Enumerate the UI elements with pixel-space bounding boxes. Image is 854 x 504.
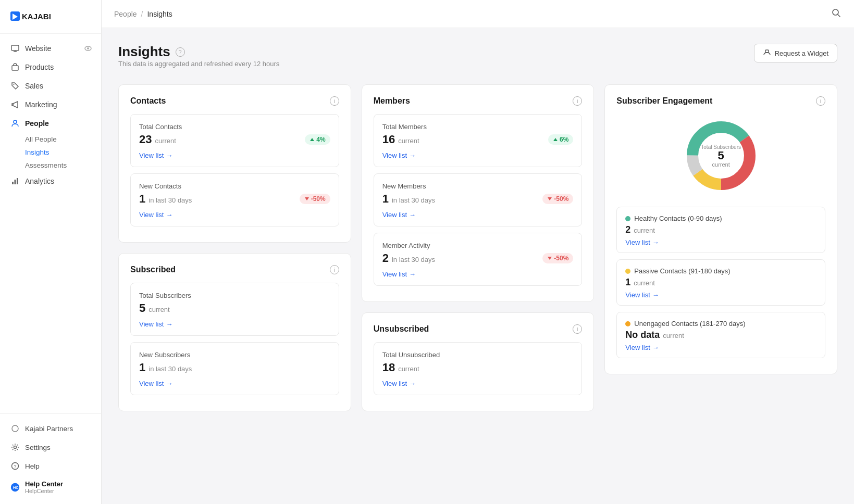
new-members-value: 1	[382, 192, 389, 206]
page-info-icon[interactable]: ?	[176, 47, 185, 57]
passive-contacts-card: Passive Contacts (91-180 days) 1 current…	[616, 259, 825, 306]
breadcrumb-parent[interactable]: People	[114, 10, 137, 18]
total-members-view-list[interactable]: View list →	[382, 152, 574, 159]
new-members-row: 1 in last 30 days -50%	[382, 192, 574, 206]
sidebar-item-assessments[interactable]: Assessments	[25, 159, 101, 172]
sidebar-item-kajabi-partners[interactable]: Kajabi Partners	[0, 419, 101, 438]
new-subscribers-row: 1 in last 30 days	[139, 361, 330, 374]
sidebar-item-help[interactable]: ? Help	[0, 457, 101, 475]
svg-point-9	[14, 120, 17, 123]
tag-icon	[10, 81, 20, 91]
total-contacts-view-list[interactable]: View list →	[139, 152, 330, 159]
sidebar-item-help-center[interactable]: HC Help Center HelpCenter	[0, 475, 101, 499]
breadcrumb-separator: /	[141, 10, 143, 18]
sidebar-item-settings-label: Settings	[25, 444, 51, 451]
new-members-badge: -50%	[542, 194, 573, 204]
main: People / Insights Insights ? This data i…	[102, 0, 854, 504]
total-unsubscribed-view-list[interactable]: View list →	[382, 380, 574, 387]
total-subscribers-period: current	[148, 306, 169, 313]
total-contacts-card: Total Contacts 23 current 4%	[130, 114, 339, 167]
total-contacts-period: current	[155, 137, 176, 145]
sidebar-item-settings[interactable]: Settings	[0, 438, 101, 457]
donut-center: Total Subscribers 5 current	[701, 144, 741, 168]
svg-rect-10	[12, 182, 14, 184]
page-header: Insights ? This data is aggregated and r…	[118, 44, 837, 80]
subscribed-section: Subscribed i Total Subscribers 5 current	[118, 253, 351, 411]
total-unsubscribed-label: Total Unsubscribed	[382, 351, 574, 359]
topbar: People / Insights	[102, 0, 854, 28]
total-unsubscribed-row: 18 current	[382, 361, 574, 374]
members-column: Members i Total Members 16 current	[362, 84, 595, 411]
contacts-info-icon[interactable]: i	[330, 96, 339, 106]
new-subscribers-view-list[interactable]: View list →	[139, 380, 330, 387]
unsubscribed-header: Unsubscribed i	[374, 324, 583, 334]
sidebar-item-website[interactable]: Website	[0, 39, 101, 58]
sidebar-item-sales[interactable]: Sales	[0, 77, 101, 95]
unsubscribed-info-icon[interactable]: i	[573, 324, 582, 334]
total-unsubscribed-period: current	[398, 365, 419, 373]
svg-rect-12	[17, 178, 18, 184]
breadcrumb: People / Insights	[114, 10, 172, 18]
passive-dot	[625, 269, 630, 274]
healthy-dot	[625, 216, 630, 221]
healthy-contacts-card: Healthy Contacts (0-90 days) 2 current V…	[616, 207, 825, 253]
member-activity-badge: -50%	[542, 253, 573, 263]
engagement-column: Subscriber Engagement i	[604, 84, 837, 411]
unengaged-period: current	[663, 332, 684, 339]
members-info-icon[interactable]: i	[573, 96, 582, 106]
sidebar-item-analytics[interactable]: Analytics	[0, 172, 101, 191]
new-contacts-period: in last 30 days	[148, 196, 192, 204]
sidebar-item-analytics-label: Analytics	[25, 177, 54, 185]
svg-text:?: ?	[14, 464, 17, 469]
total-subscribers-view-list[interactable]: View list →	[139, 320, 330, 328]
contacts-title: Contacts	[130, 96, 166, 106]
sidebar-item-help-label: Help	[25, 462, 40, 470]
healthy-row: Healthy Contacts (0-90 days)	[625, 215, 816, 222]
subscribed-info-icon[interactable]: i	[330, 265, 339, 274]
search-button[interactable]	[831, 8, 841, 20]
content: Insights ? This data is aggregated and r…	[102, 28, 854, 504]
unengaged-value: No data	[625, 330, 660, 341]
megaphone-icon	[10, 100, 20, 109]
new-contacts-badge: -50%	[300, 194, 330, 204]
box-icon	[10, 62, 20, 72]
new-members-view-list[interactable]: View list →	[382, 211, 574, 219]
donut-value: 5	[701, 150, 741, 161]
member-activity-view-list[interactable]: View list →	[382, 270, 574, 278]
sidebar-item-marketing-label: Marketing	[25, 100, 57, 109]
svg-point-14	[14, 446, 17, 449]
logo: KAJABI	[0, 0, 101, 34]
engagement-title: Subscriber Engagement	[616, 96, 712, 106]
new-subscribers-period: in last 30 days	[148, 365, 192, 373]
help-center-icon: HC	[10, 483, 20, 492]
request-widget-button[interactable]: Request a Widget	[754, 44, 837, 62]
healthy-view-list[interactable]: View list →	[625, 238, 816, 246]
new-contacts-card: New Contacts 1 in last 30 days -50%	[130, 173, 339, 226]
sidebar-item-marketing[interactable]: Marketing	[0, 95, 101, 114]
member-activity-row: 2 in last 30 days -50%	[382, 251, 574, 265]
contacts-section: Contacts i Total Contacts 23 current	[118, 84, 351, 243]
unengaged-view-list[interactable]: View list →	[625, 344, 816, 351]
new-members-label: New Members	[382, 182, 574, 190]
sidebar-item-all-people[interactable]: All People	[25, 133, 101, 146]
new-members-period: in last 30 days	[392, 196, 435, 204]
donut-period: current	[701, 161, 741, 168]
new-contacts-label: New Contacts	[139, 182, 330, 190]
help-center-labels: Help Center HelpCenter	[25, 480, 63, 494]
engagement-info-icon[interactable]: i	[816, 96, 825, 106]
passive-view-list[interactable]: View list →	[625, 291, 816, 299]
engagement-header: Subscriber Engagement i	[616, 96, 825, 106]
total-members-label: Total Members	[382, 123, 574, 131]
total-subscribers-row: 5 current	[139, 301, 330, 315]
svg-text:KAJABI: KAJABI	[22, 12, 51, 21]
total-contacts-label: Total Contacts	[139, 123, 330, 131]
sidebar-item-website-label: Website	[25, 44, 51, 53]
unsubscribed-section: Unsubscribed i Total Unsubscribed 18 cur…	[362, 312, 595, 411]
total-contacts-value: 23	[139, 133, 152, 146]
subscribed-header: Subscribed i	[130, 265, 339, 274]
sidebar-item-people[interactable]: People	[0, 114, 101, 133]
sidebar-item-insights[interactable]: Insights	[25, 146, 101, 159]
sidebar-item-products[interactable]: Products	[0, 58, 101, 77]
passive-row: Passive Contacts (91-180 days)	[625, 267, 816, 275]
new-contacts-view-list[interactable]: View list →	[139, 211, 330, 219]
